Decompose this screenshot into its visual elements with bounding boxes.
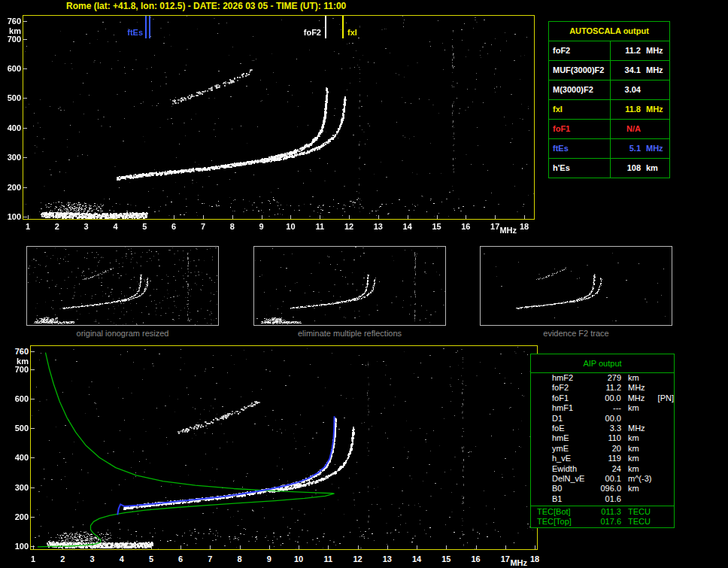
y-tick-label: 400 xyxy=(8,453,29,462)
aip-row-l: DelN_vE xyxy=(552,474,596,484)
x-tick-label: 3 xyxy=(83,554,101,563)
autoscala-row-unit: MHz xyxy=(646,41,663,60)
aip-row-u: MHz xyxy=(628,424,651,433)
y-tick-label: 700 xyxy=(8,365,29,374)
aip-row-v: 00.1 xyxy=(596,474,621,484)
aip-row-u xyxy=(628,494,651,504)
aip-row-l: h_vE xyxy=(552,454,596,463)
autoscala-row-value: 11.2 xyxy=(611,41,641,60)
autoscala-row-label: MUF(3000)F2 xyxy=(549,61,611,80)
autoscala-row-unit: km xyxy=(646,159,658,178)
x-tick-label: 6 xyxy=(171,554,190,563)
aip-row-x: [PN] xyxy=(658,393,674,403)
aip-row-u: MHz xyxy=(628,393,651,403)
autoscala-row-label: M(3000)F2 xyxy=(549,80,611,99)
x-tick-label: 7 xyxy=(194,222,212,231)
thumbnail-caption-original: original ionogram resized xyxy=(26,329,219,338)
aip-table-rows: hmF2279kmfoF211.2MHzfoF100.0MHz[PN]hmF1-… xyxy=(531,373,674,527)
autoscala-row-unit: MHz xyxy=(646,139,663,158)
x-tick-label: 13 xyxy=(378,554,396,563)
aip-row-l: foE xyxy=(552,424,596,433)
autoscala-row-label: h'Es xyxy=(549,159,611,178)
autoscala-row-label: fxI xyxy=(549,100,611,119)
x-tick-label: 6 xyxy=(165,222,183,231)
aip-row-hmE: hmE110km xyxy=(531,433,674,443)
thumbnail-caption-multiples: eliminate multiple reflections xyxy=(253,329,446,338)
x-tick-label: 9 xyxy=(253,222,271,231)
autoscala-row-foF2: foF211.2MHz xyxy=(549,41,669,61)
bottom-ionogram-plot xyxy=(30,345,538,550)
aip-row-v: 00.0 xyxy=(596,393,621,403)
aip-row-ymE: ymE20km xyxy=(531,444,674,454)
aip-row-hmF2: hmF2279km xyxy=(531,373,674,383)
y-tick-label: 600 xyxy=(8,394,29,403)
aip-row-v: 3.3 xyxy=(596,424,621,433)
x-tick-label: 8 xyxy=(231,554,249,563)
autoscala-row-value: 108 xyxy=(611,159,641,178)
aip-row-v: 096.0 xyxy=(596,484,621,494)
x-tick-label: 10 xyxy=(281,222,299,231)
y-tick-label: 700 xyxy=(0,35,21,44)
x-tick-label: 18 xyxy=(526,554,544,563)
aip-tec-separator xyxy=(531,506,674,506)
aip-row-l: foF2 xyxy=(552,383,596,393)
aip-row-hmF1: hmF1---km xyxy=(531,403,674,413)
x-tick-label: 12 xyxy=(349,554,367,563)
x-tick-label: 7 xyxy=(201,554,219,563)
x-tick-label: 1 xyxy=(19,222,37,231)
aip-row-l: hmF2 xyxy=(552,373,596,383)
aip-row-B1: B101.6 xyxy=(531,494,674,504)
aip-row-v: 279 xyxy=(596,373,621,383)
x-tick-label: 16 xyxy=(467,554,485,563)
thumbnail-original-ionogram xyxy=(26,246,219,326)
aip-row-foF2: foF211.2MHz xyxy=(531,383,674,393)
x-tick-label: 2 xyxy=(53,554,71,563)
aip-row-u: TECU xyxy=(628,517,651,527)
aip-row-u: km xyxy=(628,403,651,413)
autoscala-row-foF1: foF1N/A xyxy=(549,120,669,139)
y-tick-label: 100 xyxy=(8,542,29,551)
x-tick-label: 10 xyxy=(290,554,308,563)
autoscala-row-ftEs: ftEs5.1MHz xyxy=(549,139,669,159)
aip-row-l: TEC[Top] xyxy=(537,517,596,527)
x-tick-label: 4 xyxy=(113,554,131,563)
aip-row-Ewidth: Ewidth24km xyxy=(531,464,674,474)
bottom-ionogram-canvas xyxy=(31,346,537,549)
x-tick-label: 2 xyxy=(48,222,66,231)
x-tick-label: 11 xyxy=(319,554,337,563)
y-tick-label: 500 xyxy=(8,424,29,433)
aip-row-v: --- xyxy=(596,403,621,413)
autoscala-row-label: ftEs xyxy=(549,139,611,158)
y-tick-label: 500 xyxy=(0,93,21,102)
x-axis-unit-label: MHz xyxy=(488,226,517,235)
x-tick-label: 14 xyxy=(408,554,426,563)
aip-row-u: km xyxy=(628,464,651,474)
aip-table-header: AIP output xyxy=(531,354,674,373)
y-tick-label: 760 xyxy=(8,347,29,356)
aip-row-u: TECU xyxy=(628,507,651,517)
autoscala-row-value: 5.1 xyxy=(611,139,641,158)
aip-row-v: 119 xyxy=(596,454,621,463)
aip-row-DelN_vE: DelN_vE00.1m^(-3) xyxy=(531,474,674,484)
y-tick-label: 200 xyxy=(8,512,29,521)
aip-row-l: B1 xyxy=(552,494,596,504)
aip-row-u: km xyxy=(628,484,651,494)
x-tick-label: 16 xyxy=(457,222,475,231)
x-tick-label: 12 xyxy=(340,222,358,231)
aip-output-table: AIP output hmF2279kmfoF211.2MHzfoF100.0M… xyxy=(530,354,675,528)
x-tick-label: 13 xyxy=(369,222,387,231)
aip-row-l: D1 xyxy=(552,414,596,424)
autoscala-output-table: AUTOSCALA output foF211.2MHzMUF(3000)F23… xyxy=(548,21,670,178)
aip-row-u: km xyxy=(628,454,651,463)
y-tick-label: 100 xyxy=(0,212,21,221)
aip-row-v: 01.6 xyxy=(596,494,621,504)
aip-row-l: ymE xyxy=(552,444,596,454)
aip-row-l: B0 xyxy=(552,484,596,494)
aip-row-l: Ewidth xyxy=(552,464,596,474)
aip-row-u xyxy=(628,414,651,424)
y-tick-label: 300 xyxy=(8,483,29,492)
aip-row-foE: foE3.3MHz xyxy=(531,424,674,433)
aip-row-l: hmE xyxy=(552,433,596,443)
aip-row-foF1: foF100.0MHz[PN] xyxy=(531,393,674,403)
x-tick-label: 15 xyxy=(428,222,446,231)
